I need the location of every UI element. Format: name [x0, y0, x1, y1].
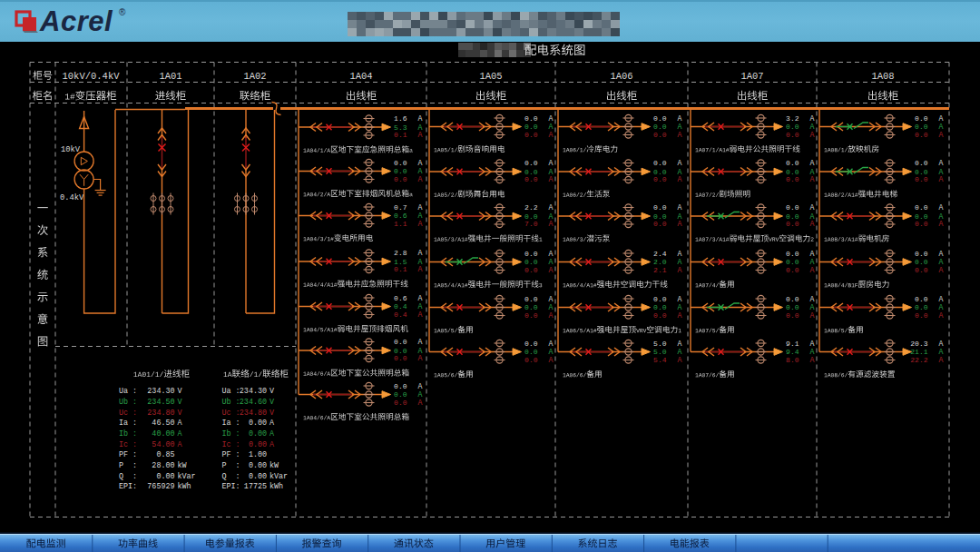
svg-text:PF :: PF : [222, 450, 240, 459]
svg-text:0.0: 0.0 [653, 159, 667, 167]
svg-text:PF :: PF : [119, 450, 137, 459]
svg-text:234.30: 234.30 [240, 387, 267, 396]
svg-text:A: A [549, 220, 554, 228]
svg-text:®: ® [119, 7, 126, 17]
svg-text:A: A [418, 382, 423, 390]
svg-text:20.3: 20.3 [910, 340, 927, 348]
svg-text:A: A [810, 220, 815, 228]
svg-text:A: A [810, 159, 815, 167]
svg-text:0.00: 0.00 [240, 472, 267, 481]
svg-text:0.4kV: 0.4kV [60, 193, 84, 202]
svg-text:5.4: 5.4 [653, 356, 667, 364]
svg-text:V: V [178, 387, 182, 396]
svg-text:1A05: 1A05 [479, 71, 502, 82]
svg-text:0.00: 0.00 [240, 429, 267, 439]
svg-text:Ia :: Ia : [119, 419, 137, 428]
svg-text:A: A [810, 311, 815, 320]
svg-text:A: A [678, 175, 682, 183]
svg-text:A: A [810, 114, 815, 123]
svg-text:0.0: 0.0 [915, 203, 928, 212]
svg-text:A: A [418, 310, 423, 319]
svg-text:17725: 17725 [240, 482, 267, 491]
svg-text:Ic :: Ic : [222, 440, 240, 449]
svg-text:0.0: 0.0 [394, 354, 407, 362]
svg-text:0.0: 0.0 [524, 114, 538, 123]
svg-text:234.60: 234.60 [240, 398, 267, 407]
svg-text:Uc :: Uc : [119, 409, 137, 418]
svg-text:A: A [678, 250, 682, 258]
svg-text:P :: P : [222, 461, 240, 470]
svg-text:0.0: 0.0 [653, 131, 667, 139]
svg-text:A: A [810, 266, 815, 274]
svg-text:0.1: 0.1 [394, 265, 407, 273]
svg-text:0.0: 0.0 [524, 356, 538, 364]
svg-text:Acrel: Acrel [39, 5, 113, 37]
svg-text:Q :: Q : [222, 472, 240, 481]
svg-text:A: A [678, 159, 682, 167]
svg-text:Ua :: Ua : [119, 387, 137, 396]
svg-text:0.0: 0.0 [394, 175, 407, 183]
svg-text:10kV/0.4kV: 10kV/0.4kV [62, 71, 120, 82]
svg-text:0.00: 0.00 [147, 472, 174, 481]
svg-text:Q :: Q : [119, 472, 137, 481]
svg-text:A: A [549, 340, 554, 348]
svg-text:V: V [178, 398, 182, 407]
svg-text:kVar: kVar [270, 472, 288, 481]
svg-text:A: A [939, 266, 944, 274]
svg-text:0.85: 0.85 [147, 450, 174, 459]
svg-text:Uc :: Uc : [222, 409, 240, 418]
svg-text:9.1: 9.1 [786, 340, 799, 348]
svg-text:1.00: 1.00 [240, 450, 267, 459]
svg-text:A: A [549, 114, 554, 123]
svg-text:A: A [810, 340, 815, 348]
svg-text:A: A [678, 266, 682, 274]
svg-text:0.0: 0.0 [915, 131, 928, 139]
svg-text:A: A [418, 249, 423, 257]
svg-text:0.0: 0.0 [915, 266, 928, 274]
svg-text:Ua :: Ua : [222, 387, 240, 396]
svg-text:0.0: 0.0 [915, 250, 928, 258]
svg-text:0.0: 0.0 [786, 203, 799, 212]
svg-text:2.4: 2.4 [653, 250, 667, 258]
svg-text:0.0: 0.0 [915, 295, 928, 303]
svg-text:EPI:: EPI: [119, 482, 137, 491]
svg-text:0.0: 0.0 [524, 131, 538, 139]
svg-text:P :: P : [119, 461, 137, 470]
svg-text:A: A [939, 175, 944, 183]
svg-text:0.0: 0.0 [786, 175, 799, 183]
svg-text:1A06: 1A06 [610, 71, 632, 82]
svg-text:A: A [678, 295, 682, 303]
svg-text:Ic :: Ic : [119, 440, 137, 449]
svg-text:40.00: 40.00 [147, 429, 174, 439]
svg-text:A: A [549, 266, 554, 274]
svg-text:0.0: 0.0 [786, 159, 799, 167]
svg-text:0.0: 0.0 [786, 220, 799, 228]
svg-text:A: A [939, 131, 944, 139]
svg-text:3.2: 3.2 [786, 114, 799, 123]
svg-text:A: A [939, 311, 944, 320]
svg-text:0.00: 0.00 [240, 461, 267, 470]
svg-text:A: A [939, 340, 944, 348]
svg-text:0.0: 0.0 [653, 220, 667, 228]
svg-text:0.0: 0.0 [394, 338, 407, 346]
svg-text:234.30: 234.30 [147, 387, 174, 396]
svg-text:A: A [810, 131, 815, 139]
svg-text:0.0: 0.0 [524, 175, 538, 183]
svg-text:V: V [270, 398, 274, 407]
svg-text:A: A [678, 203, 682, 212]
svg-text:V: V [178, 409, 182, 418]
svg-text:A: A [678, 311, 682, 320]
svg-text:EPI:: EPI: [222, 482, 240, 491]
svg-text:1.1: 1.1 [394, 220, 407, 228]
svg-text:2.1: 2.1 [653, 266, 667, 274]
svg-text:A: A [418, 159, 423, 167]
svg-text:A: A [418, 220, 423, 228]
svg-text:A: A [939, 220, 944, 228]
svg-text:A: A [549, 203, 554, 212]
svg-text:A: A [678, 340, 682, 348]
svg-text:1A07: 1A07 [740, 71, 763, 82]
svg-text:0.0: 0.0 [394, 382, 407, 390]
svg-text:A: A [549, 131, 554, 139]
svg-text:0.7: 0.7 [394, 203, 407, 212]
svg-text:Ib :: Ib : [119, 429, 137, 439]
